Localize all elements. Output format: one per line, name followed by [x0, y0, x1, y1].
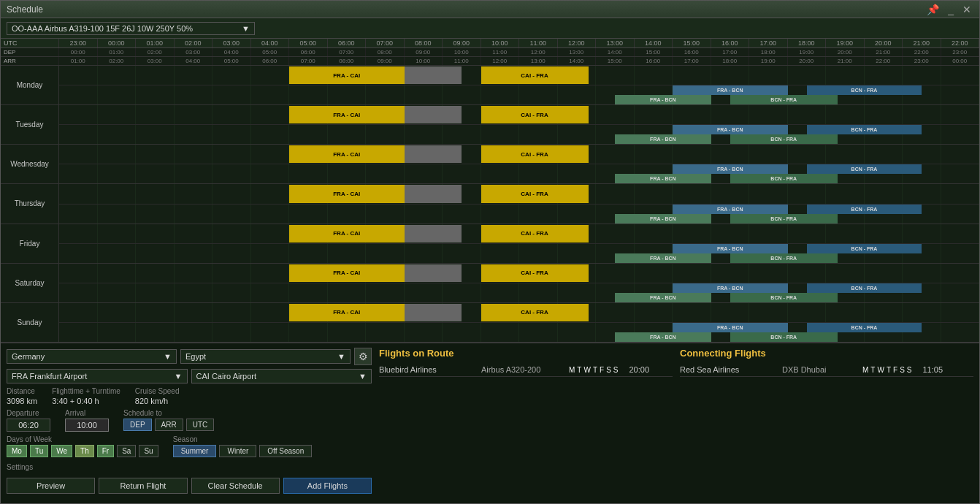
day-label-thursday: Thursday [1, 184, 59, 223]
day-timeline-wednesday: FRA - CAICAI - FRAFRA - BCNBCN - FRAFRA … [59, 145, 979, 183]
schedule-utc-button[interactable]: UTC [186, 419, 215, 431]
season-group: Season Summer Winter Off Season [173, 435, 313, 457]
from-airport-select[interactable]: FRA Frankfurt Airport ▼ [7, 369, 188, 383]
h9-utc: 08:00 [405, 39, 443, 47]
h19-utc: 18:00 [788, 39, 827, 47]
add-flights-button[interactable]: Add Flights [283, 478, 372, 494]
settings-gear-button[interactable]: ⚙ [354, 348, 372, 365]
aircraft-dropdown[interactable]: OO-AAA Airbus A319-100 15F 26J 10W 250Y … [7, 22, 255, 35]
h18-utc: 17:00 [749, 39, 788, 47]
to-country-select[interactable]: Egypt ▼ [180, 349, 351, 364]
day-label-monday: Monday [1, 66, 59, 104]
flight-fra-bcn1-thursday: FRA - BCN [673, 205, 788, 214]
day-timeline-thursday: FRA - CAICAI - FRAFRA - BCNBCN - FRAFRA … [59, 184, 979, 223]
departure-input[interactable] [7, 419, 50, 432]
settings-label: Settings [7, 463, 33, 471]
cruise-speed-group: Cruise Speed 820 km/h [135, 387, 180, 405]
connecting-flights-title: Connecting Flights [680, 348, 973, 359]
flights-on-route-title: Flights on Route [379, 348, 673, 359]
flighttime-value: 3:40 + 0:40 h [52, 397, 120, 405]
to-airport-arrow: ▼ [359, 372, 367, 381]
conn-flight-item: Red Sea Airlines DXB Dhubai M T W T F S … [680, 363, 973, 377]
schedule-arr-button[interactable]: ARR [155, 419, 183, 431]
flight-cai-fra-monday: CAI - FRA [481, 66, 589, 84]
arrival-input[interactable] [65, 419, 109, 432]
departure-group: Departure [7, 409, 50, 432]
flight-fra-bcn1-monday: FRA - BCN [673, 85, 788, 95]
h0-utc: 23:00 [59, 39, 98, 47]
h11-utc: 10:00 [481, 39, 520, 47]
season-off-button[interactable]: Off Season [259, 445, 312, 457]
flight-fra-cai-wednesday: FRA - CAI [289, 145, 405, 163]
window-title: Schedule [7, 4, 43, 15]
day-tu-button[interactable]: Tu [30, 445, 48, 457]
h6-utc: 05:00 [289, 39, 328, 47]
bottom-actions: Preview Return Flight Clear Schedule Add… [7, 478, 372, 494]
country-selectors: Germany ▼ Egypt ▼ ⚙ [7, 348, 372, 365]
day-timeline-monday: FRA - CAICAI - FRAFRA - BCNBCN - FRAFRA … [59, 66, 979, 104]
h8-utc: 07:00 [366, 39, 405, 47]
connecting-flights-panel: Connecting Flights Red Sea Airlines DXB … [680, 348, 973, 499]
day-row-wednesday: WednesdayFRA - CAICAI - FRAFRA - BCNBCN … [1, 145, 979, 184]
cruise-speed-value: 820 km/h [135, 397, 180, 405]
arrival-label: Arrival [65, 409, 109, 417]
schedule-dep-button[interactable]: DEP [123, 419, 152, 431]
flight-cai-fra-tuesday: CAI - FRA [481, 106, 589, 123]
season-label: Season [173, 435, 313, 443]
to-airport-select[interactable]: CAI Cairo Airport ▼ [191, 369, 372, 383]
from-country-select[interactable]: Germany ▼ [7, 349, 177, 364]
day-fr-button[interactable]: Fr [97, 445, 114, 457]
to-country-arrow: ▼ [337, 352, 345, 361]
day-we-button[interactable]: We [51, 445, 72, 457]
day-su-button[interactable]: Su [139, 445, 158, 457]
route-day-w: W [583, 366, 590, 374]
clear-schedule-button[interactable]: Clear Schedule [191, 478, 280, 494]
season-winter-button[interactable]: Winter [219, 445, 256, 457]
day-row-saturday: SaturdayFRA - CAICAI - FRAFRA - BCNBCN -… [1, 264, 979, 303]
schedule-to-buttons: DEP ARR UTC [123, 419, 214, 431]
day-timeline-bot-wednesday: FRA - BCNBCN - FRAFRA - BCNBCN - FRA [59, 164, 979, 183]
utc-header-row: UTC 23:00 00:00 01:00 02:00 03:00 04:00 … [1, 39, 979, 48]
flight-fra-bcn1-wednesday: FRA - BCN [673, 164, 788, 174]
arr-header-row: ARR 01:00 02:00 03:00 04:00 05:00 06:00 … [1, 57, 979, 66]
return-flight-button[interactable]: Return Flight [99, 478, 187, 494]
conn-airline-name: Red Sea Airlines [680, 365, 775, 374]
pin-button[interactable]: 📌 [925, 4, 941, 15]
day-timeline-top-tuesday: FRA - CAICAI - FRA [59, 105, 979, 125]
day-label-wednesday: Wednesday [1, 145, 59, 183]
flight-cai-fra-saturday: CAI - FRA [481, 264, 589, 282]
flight-fra-bcn2-sunday: FRA - BCN [615, 332, 711, 342]
season-summer-button[interactable]: Summer [173, 445, 217, 457]
day-row-monday: MondayFRA - CAICAI - FRAFRA - BCNBCN - F… [1, 66, 979, 105]
day-mo-button[interactable]: Mo [7, 445, 27, 457]
day-row-tuesday: TuesdayFRA - CAICAI - FRAFRA - BCNBCN - … [1, 105, 979, 145]
h21-utc: 20:00 [865, 39, 903, 47]
title-bar-right: 📌 _ ✕ [925, 4, 973, 15]
close-button[interactable]: ✕ [960, 4, 973, 15]
day-timeline-bot-tuesday: FRA - BCNBCN - FRAFRA - BCNBCN - FRA [59, 125, 979, 144]
flight-bcn-fra2-wednesday: BCN - FRA [730, 174, 838, 183]
day-th-button[interactable]: Th [75, 445, 94, 457]
h15-utc: 14:00 [635, 39, 673, 47]
minimize-button[interactable]: _ [946, 4, 956, 15]
conn-day-t1: T [870, 366, 875, 374]
conn-day-m: M [862, 366, 868, 374]
distance-value: 3098 km [7, 397, 37, 405]
to-country-label: Egypt [185, 352, 206, 361]
conn-day-s2: S [907, 366, 912, 374]
flight-fra-bcn1-tuesday: FRA - BCN [673, 125, 788, 134]
h10-utc: 09:00 [443, 39, 481, 47]
h2-utc: 01:00 [136, 39, 175, 47]
flight-route-item: Bluebird Airlines Airbus A320-200 M T W … [379, 363, 673, 377]
h17-utc: 16:00 [711, 39, 750, 47]
day-timeline-top-sunday: FRA - CAICAI - FRA [59, 303, 979, 323]
flight-fra-cai-tuesday: FRA - CAI [289, 106, 405, 123]
day-label-saturday: Saturday [1, 264, 59, 302]
distance-group: Distance 3098 km [7, 387, 37, 405]
route-aircraft-type: Airbus A320-200 [481, 365, 562, 374]
day-row-sunday: SundayFRA - CAICAI - FRAFRA - BCNBCN - F… [1, 303, 979, 343]
preview-button[interactable]: Preview [7, 478, 95, 494]
flight-bcn-fra2-saturday: BCN - FRA [730, 293, 838, 302]
day-sa-button[interactable]: Sa [117, 445, 136, 457]
day-timeline-saturday: FRA - CAICAI - FRAFRA - BCNBCN - FRAFRA … [59, 264, 979, 302]
